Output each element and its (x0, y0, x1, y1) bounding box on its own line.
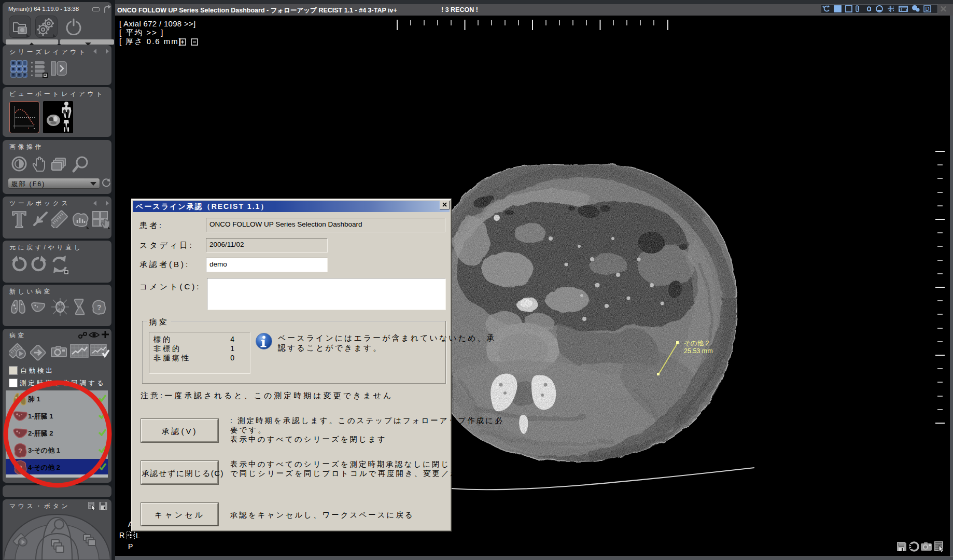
svg-text:その他 2: その他 2 (684, 340, 709, 347)
svg-text:?: ? (97, 303, 102, 312)
svg-text:25.53 mm: 25.53 mm (684, 347, 713, 355)
svg-text:D: D (926, 6, 930, 12)
